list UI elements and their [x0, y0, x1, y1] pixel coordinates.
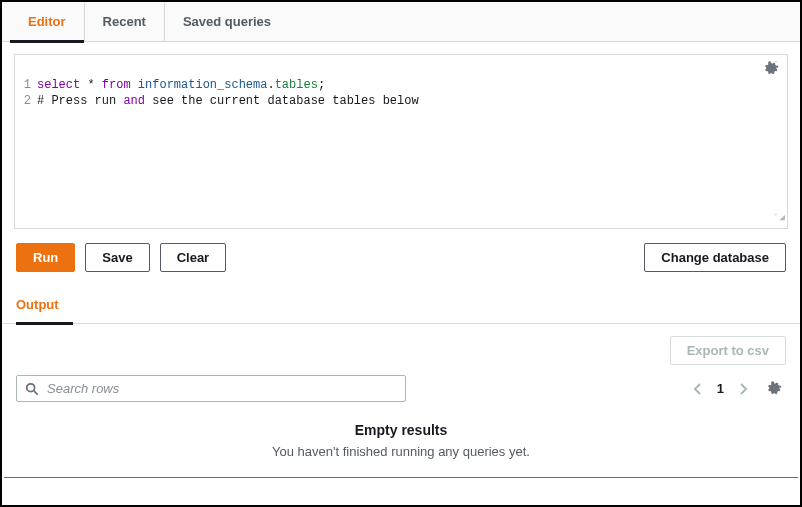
svg-point-0 — [27, 383, 35, 391]
resize-grip-icon[interactable]: ◢ — [780, 210, 785, 226]
search-rows-input-wrap[interactable] — [16, 375, 406, 402]
tab-output[interactable]: Output — [16, 286, 63, 324]
output-tabs: Output — [2, 286, 800, 324]
tab-saved-queries[interactable]: Saved queries — [165, 2, 289, 42]
svg-line-1 — [34, 391, 37, 394]
output-search-row: 1 — [2, 369, 800, 416]
tab-editor[interactable]: Editor — [10, 2, 85, 42]
editor-actions: Run Save Clear Change database — [2, 229, 800, 286]
export-csv-button[interactable]: Export to csv — [670, 336, 786, 365]
editor-scrollbar[interactable]: ˆˇ — [773, 55, 787, 228]
tab-recent[interactable]: Recent — [85, 2, 165, 42]
change-database-button[interactable]: Change database — [644, 243, 786, 272]
clear-button[interactable]: Clear — [160, 243, 227, 272]
empty-results-text: You haven't finished running any queries… — [2, 444, 800, 459]
search-rows-input[interactable] — [47, 381, 397, 396]
output-settings-icon[interactable] — [762, 377, 786, 401]
empty-results-title: Empty results — [2, 422, 800, 438]
search-icon — [25, 382, 39, 396]
sql-editor[interactable]: 12 select * from information_schema.tabl… — [14, 54, 788, 229]
page-prev-button[interactable] — [689, 378, 707, 400]
empty-results: Empty results You haven't finished runni… — [2, 416, 800, 477]
line-gutter: 12 — [15, 77, 37, 228]
output-toolbar: Export to csv — [2, 324, 800, 369]
code-area[interactable]: 12 select * from information_schema.tabl… — [15, 55, 787, 228]
bottom-divider — [4, 477, 798, 478]
run-button[interactable]: Run — [16, 243, 75, 272]
page-next-button[interactable] — [734, 378, 752, 400]
save-button[interactable]: Save — [85, 243, 149, 272]
code-lines[interactable]: select * from information_schema.tables;… — [37, 77, 787, 228]
top-tabs: Editor Recent Saved queries — [2, 2, 800, 42]
page-number: 1 — [717, 381, 724, 396]
pagination: 1 — [689, 377, 786, 401]
